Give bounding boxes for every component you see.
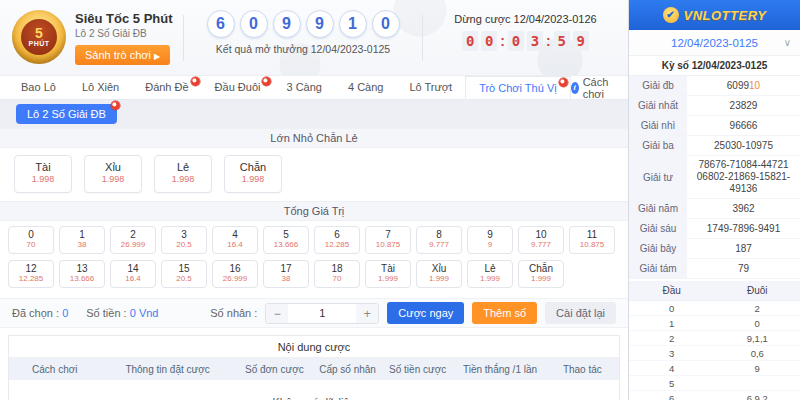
bet-now-button[interactable]: Cược ngay: [387, 302, 464, 324]
option-label: Chẵn: [519, 263, 563, 274]
bet-option-card[interactable]: Chẵn1.999: [518, 260, 564, 288]
tab-item[interactable]: 4 Càng: [335, 76, 396, 99]
prize-number: 79: [738, 263, 749, 275]
option-odds: 9.777: [519, 240, 563, 250]
tab-item[interactable]: Bao Lô: [8, 76, 69, 99]
brand-check-icon: ✔: [663, 7, 679, 23]
bet-table-column-header: Số tiền cược: [381, 364, 454, 375]
bet-option-card[interactable]: 416.4: [212, 226, 258, 254]
lobby-button-label: Sảnh trò chơi: [85, 49, 151, 61]
bet-option-card[interactable]: Xỉu1.998: [84, 155, 142, 193]
game-header: 5 PHÚT Siêu Tốc 5 Phút Lô 2 Số Giải ĐB S…: [0, 0, 628, 76]
bet-option-card[interactable]: 99: [467, 226, 513, 254]
bet-option-card[interactable]: 1416.4: [110, 260, 156, 288]
multiplier-input[interactable]: [288, 304, 356, 323]
option-label: Tài: [15, 161, 71, 173]
big-small-options: Tài1.998Xỉu1.998Lẻ1.998Chẵn1.998: [0, 148, 628, 201]
bet-option-card[interactable]: Xỉu1.999: [416, 260, 462, 288]
bet-option-card[interactable]: 513.666: [263, 226, 309, 254]
bet-option-card[interactable]: 1520.5: [161, 260, 207, 288]
prize-number: 187: [735, 243, 752, 255]
prize-label: Giải năm: [629, 199, 687, 218]
main-column: 5 PHÚT Siêu Tốc 5 Phút Lô 2 Số Giải ĐB S…: [0, 0, 628, 400]
prize-number-main: 6099: [727, 80, 749, 91]
head-value: 0: [629, 301, 715, 315]
tail-value: 0,6: [715, 346, 800, 360]
bet-option-card[interactable]: 226.999: [110, 226, 156, 254]
bet-option-card[interactable]: 1313.666: [59, 260, 105, 288]
bet-option-card[interactable]: Lẻ1.998: [154, 155, 212, 193]
bet-option-card[interactable]: 070: [8, 226, 54, 254]
bet-table-column-header: Số đơn cược: [235, 364, 314, 375]
minus-button[interactable]: −: [266, 304, 288, 323]
result-digit: 0: [240, 10, 268, 38]
bet-table-column-header: Thao tác: [546, 364, 619, 375]
tail-value: 9: [715, 361, 800, 375]
bet-option-card[interactable]: Tài1.998: [14, 155, 72, 193]
info-icon: i: [571, 82, 579, 94]
bet-option-card[interactable]: 1870: [314, 260, 360, 288]
option-odds: 13.666: [60, 274, 104, 284]
bet-option-card[interactable]: Tài1.999: [365, 260, 411, 288]
prize-number-main: 3962: [732, 203, 754, 214]
prize-row: Giải bảy187: [629, 239, 800, 259]
draw-date-selector[interactable]: 12/04/2023-0125 ∨: [629, 30, 800, 56]
prize-results: Giải đb609910Giải nhất23829Giải nhì96666…: [629, 76, 800, 279]
plus-button[interactable]: +: [356, 304, 378, 323]
option-odds: 20.5: [162, 240, 206, 250]
tab-list: Bao LôLô XiênĐánh ĐềĐầu Đuôi3 Càng4 Càng…: [8, 76, 571, 99]
option-odds: 12.285: [9, 274, 53, 284]
bet-option-card[interactable]: 710.875: [365, 226, 411, 254]
bet-option-card[interactable]: 320.5: [161, 226, 207, 254]
add-number-button[interactable]: Thêm số: [472, 302, 537, 324]
draw-date-value: 12/04/2023-0125: [671, 37, 758, 49]
bet-option-card[interactable]: 1212.285: [8, 260, 54, 288]
bet-table-column-header: Cách chơi: [9, 364, 101, 375]
option-label: 3: [162, 229, 206, 240]
bet-option-card[interactable]: 1738: [263, 260, 309, 288]
tail-value: 0: [715, 316, 800, 330]
option-label: 18: [315, 263, 359, 274]
bet-option-card[interactable]: 138: [59, 226, 105, 254]
tab-item[interactable]: Lô Xiên: [69, 76, 132, 99]
tab-item[interactable]: Đánh Đề: [132, 76, 201, 99]
option-odds: 9.777: [417, 240, 461, 250]
lobby-button[interactable]: Sảnh trò chơi ▶: [75, 45, 170, 65]
sum-section-title: Tổng Giá Trị: [0, 201, 628, 221]
reset-button[interactable]: Cài đặt lại: [545, 302, 616, 324]
option-odds: 20.5: [162, 274, 206, 284]
prize-value: 79: [687, 259, 800, 278]
option-odds: 1.998: [85, 174, 141, 184]
result-balls: 609910: [184, 10, 422, 38]
tab-item[interactable]: 3 Càng: [273, 76, 334, 99]
amount-label: Số tiền :: [86, 307, 126, 319]
tab-item[interactable]: Lô Trượt: [396, 76, 465, 99]
bet-option-card[interactable]: 89.777: [416, 226, 462, 254]
tab-item[interactable]: Đầu Đuôi: [202, 76, 274, 99]
prize-number: 78676-71084-44721: [698, 159, 788, 171]
option-odds: 9: [468, 240, 512, 250]
option-label: Lẻ: [155, 161, 211, 173]
option-label: 0: [9, 229, 53, 240]
option-odds: 1.998: [225, 174, 281, 184]
bet-option-card[interactable]: Lẻ1.999: [467, 260, 513, 288]
prize-row: Giải năm3962: [629, 199, 800, 219]
countdown-digit: 3: [527, 31, 543, 51]
bet-option-card[interactable]: 612.285: [314, 226, 360, 254]
tab-item[interactable]: Trò Chơi Thú Vị: [465, 76, 571, 99]
bet-option-card[interactable]: 1110.875: [569, 226, 615, 254]
bet-option-card[interactable]: 109.777: [518, 226, 564, 254]
option-label: 16: [213, 263, 257, 274]
bet-option-card[interactable]: 1626.999: [212, 260, 258, 288]
tail-column-label: Đuôi: [715, 281, 800, 300]
result-digit: 6: [207, 10, 235, 38]
prize-number: 1749-7896-9491: [707, 223, 780, 235]
head-tail-row: 5: [629, 376, 800, 391]
mode-button[interactable]: Lô 2 Số Giải ĐB: [16, 104, 117, 124]
prize-row: Giải tư78676-71084-4472106802-21869-1582…: [629, 156, 800, 199]
countdown-digit: 5: [554, 31, 570, 51]
how-to-play-link[interactable]: i Cách chơi: [571, 76, 616, 99]
selected-value: 0: [62, 307, 68, 319]
bet-option-card[interactable]: Chẵn1.998: [224, 155, 282, 193]
countdown-digit: 0: [462, 31, 478, 51]
